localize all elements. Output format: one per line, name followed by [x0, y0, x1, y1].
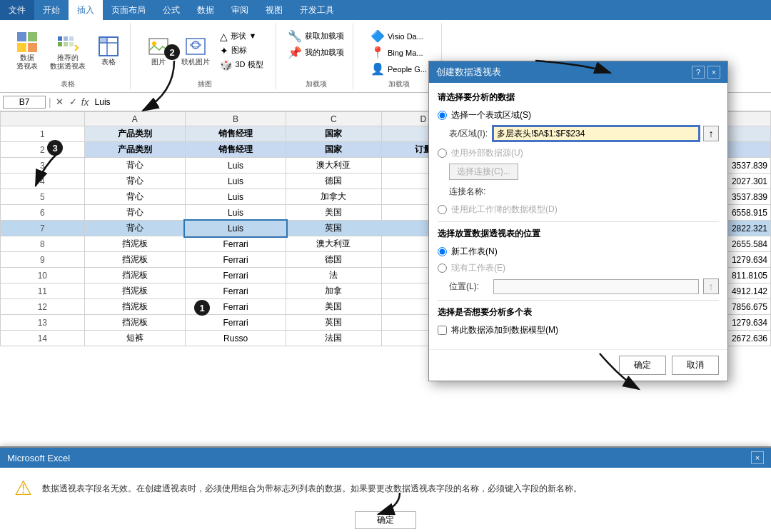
cell-b13[interactable]: Ferrari	[185, 315, 286, 331]
cell-b10[interactable]: Ferrari	[185, 268, 286, 283]
cell-b2[interactable]: 销售经理	[185, 142, 286, 158]
btn-people[interactable]: 👤 People G...	[368, 61, 430, 76]
table-range-select-btn[interactable]: ↑	[703, 126, 719, 141]
cell-b4[interactable]: Luis	[185, 174, 286, 189]
cell-c8[interactable]: 澳大利亚	[286, 236, 381, 252]
radio-external-source[interactable]	[438, 149, 447, 158]
cell-a10[interactable]: 挡泥板	[84, 268, 185, 283]
cell-a9[interactable]: 挡泥板	[84, 252, 185, 268]
tab-insert[interactable]: 插入	[69, 0, 103, 20]
ribbon-tabs: 文件 开始 插入 页面布局 公式 数据 审阅 视图 开发工具	[0, 0, 771, 20]
cell-c5[interactable]: 加拿大	[286, 189, 381, 205]
cell-a1[interactable]: 产品类别	[84, 126, 185, 142]
cell-c2[interactable]: 国家	[286, 142, 381, 158]
cell-b5[interactable]: Luis	[185, 189, 286, 205]
cell-c4[interactable]: 德国	[286, 174, 381, 189]
cell-b8[interactable]: Ferrari	[185, 236, 286, 252]
tab-review[interactable]: 审阅	[223, 0, 257, 20]
btn-my-addins-label: 我的加载项	[305, 47, 344, 58]
tab-view[interactable]: 视图	[257, 0, 291, 20]
cell-c11[interactable]: 加拿	[286, 283, 381, 299]
cell-a2[interactable]: 产品类别	[84, 142, 185, 158]
cell-a13[interactable]: 挡泥板	[84, 315, 185, 331]
cell-c12[interactable]: 美国	[286, 299, 381, 315]
badge-2: 2	[164, 44, 180, 60]
formula-cancel-btn[interactable]: ✕	[54, 96, 65, 107]
row-num-5: 5	[1, 189, 85, 205]
radio-data-model[interactable]	[438, 205, 447, 214]
badge-3: 3	[47, 140, 63, 156]
btn-visio[interactable]: 🔷 Visio Da...	[368, 29, 430, 44]
btn-shapes[interactable]: △ 形状 ▼	[217, 30, 266, 43]
table-range-row: 表/区域(I): ↑	[449, 126, 719, 141]
option-existing-sheet-label: 现有工作表(E)	[451, 262, 505, 274]
cell-a4[interactable]: 背心	[84, 174, 185, 189]
cell-a14[interactable]: 短裤	[84, 331, 185, 346]
svg-rect-1	[28, 32, 37, 41]
btn-bingmap[interactable]: 📍 Bing Ma...	[368, 45, 430, 60]
cell-c9[interactable]: 德国	[286, 252, 381, 268]
cell-c1[interactable]: 国家	[286, 126, 381, 142]
col-header-c[interactable]: C	[286, 112, 381, 126]
tab-file[interactable]: 文件	[0, 0, 34, 20]
btn-recommend-pivot[interactable]: 推荐的数据透视表	[46, 29, 90, 72]
cell-c10[interactable]: 法	[286, 268, 381, 283]
section2-title: 选择放置数据透视表的位置	[438, 228, 719, 240]
cell-b7[interactable]: Luis	[185, 221, 286, 236]
cell-c3[interactable]: 澳大利亚	[286, 158, 381, 174]
cell-a8[interactable]: 挡泥板	[84, 236, 185, 252]
msgbox-close-btn[interactable]: ×	[751, 451, 764, 464]
cell-c7[interactable]: 英国	[286, 221, 381, 236]
cell-a11[interactable]: 挡泥板	[84, 283, 185, 299]
cell-b11[interactable]: Ferrari	[185, 283, 286, 299]
dialog-ok-btn[interactable]: 确定	[619, 356, 666, 375]
connect-btn[interactable]: 选择连接(C)...	[449, 164, 518, 180]
tab-start[interactable]: 开始	[34, 0, 69, 20]
place-location-select-btn[interactable]: ↑	[703, 278, 719, 294]
3dmodel-icon: 🎲	[220, 59, 232, 71]
col-header-b[interactable]: B	[185, 112, 286, 126]
msgbox-ok-btn[interactable]: 确定	[355, 511, 416, 529]
dialog-body: 请选择要分析的数据 选择一个表或区域(S) 表/区域(I): ↑ 使用外部数据源…	[429, 83, 727, 349]
cell-c13[interactable]: 英国	[286, 315, 381, 331]
cell-b14[interactable]: Russo	[185, 331, 286, 346]
radio-new-sheet[interactable]	[438, 247, 447, 256]
btn-table[interactable]: 表格	[93, 34, 124, 68]
tab-data[interactable]: 数据	[188, 0, 223, 20]
btn-online-image[interactable]: 联机图片	[177, 34, 214, 68]
dialog-close-btn[interactable]: ×	[707, 66, 720, 79]
btn-my-addins[interactable]: 📌 我的加载项	[285, 45, 347, 60]
cell-c6[interactable]: 美国	[286, 205, 381, 221]
formula-confirm-btn[interactable]: ✓	[68, 96, 79, 107]
table-range-input[interactable]	[493, 126, 699, 141]
radio-select-range[interactable]	[438, 111, 447, 120]
place-location-input[interactable]	[493, 279, 699, 294]
checkbox-add-to-model[interactable]	[438, 326, 447, 335]
tab-devtools[interactable]: 开发工具	[291, 0, 343, 20]
btn-smartart[interactable]: ✦ 图标	[217, 44, 266, 57]
svg-rect-8	[64, 42, 68, 46]
cell-a3[interactable]: 背心	[84, 158, 185, 174]
cell-b9[interactable]: Ferrari	[185, 252, 286, 268]
radio-existing-sheet[interactable]	[438, 264, 447, 273]
btn-get-addins[interactable]: 🔧 获取加载项	[285, 29, 347, 44]
cell-b3[interactable]: Luis	[185, 158, 286, 174]
table-range-label: 表/区域(I):	[449, 128, 489, 140]
tab-layout[interactable]: 页面布局	[103, 0, 154, 20]
cell-b6[interactable]: Luis	[185, 205, 286, 221]
cell-a7[interactable]: 背心	[84, 221, 185, 236]
cell-a6[interactable]: 背心	[84, 205, 185, 221]
name-box[interactable]	[3, 96, 46, 109]
col-header-a[interactable]: A	[84, 112, 185, 126]
dialog-cancel-btn[interactable]: 取消	[672, 356, 719, 375]
cell-c14[interactable]: 法国	[286, 331, 381, 346]
cell-a5[interactable]: 背心	[84, 189, 185, 205]
cell-b1[interactable]: 销售经理	[185, 126, 286, 142]
dialog-title-btns: ? ×	[692, 66, 720, 79]
btn-3dmodel[interactable]: 🎲 3D 模型	[217, 59, 266, 71]
tab-formula[interactable]: 公式	[154, 0, 188, 20]
cell-a12[interactable]: 挡泥板	[84, 299, 185, 315]
dialog-help-btn[interactable]: ?	[692, 66, 705, 79]
btn-online-image-label: 联机图片	[181, 58, 210, 66]
btn-pivot-table[interactable]: 数据透视表	[11, 29, 43, 72]
